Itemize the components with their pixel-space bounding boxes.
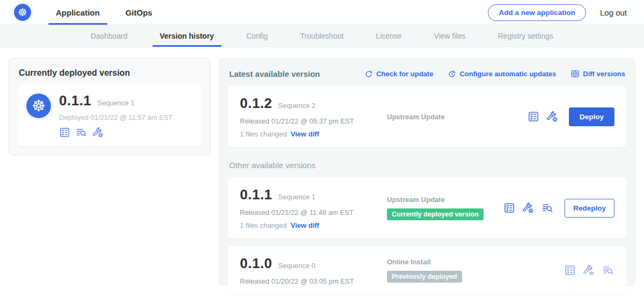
checklist-icon[interactable]	[503, 202, 515, 214]
released-timestamp: Released 01/21/22 @ 11:48 am EST	[240, 208, 374, 217]
released-timestamp: Released 01/21/22 @ 05:37 pm EST	[240, 117, 374, 125]
sequence-label: Sequence 0	[278, 262, 315, 270]
view-config-icon[interactable]	[583, 264, 595, 276]
kubernetes-logo-icon: ☸	[14, 4, 31, 21]
checklist-icon[interactable]	[564, 264, 576, 276]
tab-gitops-label: GitOps	[126, 8, 152, 17]
released-timestamp: Released 01/20/22 @ 03:05 pm EST	[240, 277, 374, 285]
subnav-tab-registry-settings[interactable]: Registry settings	[482, 25, 569, 47]
subnav-tab-view-files[interactable]: View files	[418, 25, 482, 47]
currently-deployed-card: Currently deployed version ☸ 0.1.1 Seque…	[9, 58, 210, 155]
logout-button[interactable]: Log out	[600, 8, 627, 17]
subnav-tab-dashboard[interactable]: Dashboard	[75, 25, 144, 47]
app-logo-icon: ☸	[26, 93, 51, 118]
deploy-button[interactable]: Deploy	[569, 107, 614, 126]
version-number: 0.1.1	[240, 186, 272, 203]
edit-config-icon[interactable]	[92, 127, 104, 138]
diff-versions-link[interactable]: Diff versions	[570, 69, 625, 78]
view-diff-link[interactable]: View diff	[290, 130, 319, 138]
check-for-update-link[interactable]: Check for update	[364, 70, 433, 78]
release-notes-icon[interactable]	[541, 202, 554, 214]
subnav-tab-version-history[interactable]: Version history	[144, 25, 230, 47]
version-source-label: Upstream Update	[387, 196, 503, 204]
edit-config-icon[interactable]	[522, 202, 534, 214]
diff-icon	[570, 69, 580, 78]
configure-automatic-updates-label: Configure automatic updates	[459, 70, 556, 78]
sequence-label: Sequence 1	[278, 193, 315, 201]
currently-deployed-badge: Currently deployed version	[387, 208, 484, 220]
tab-application-label: Application	[56, 8, 100, 17]
other-available-versions-title: Other available versions	[229, 161, 625, 170]
app-subnav: Dashboard Version history Config Trouble…	[0, 25, 644, 47]
deployed-timestamp: Deployed 01/21/22 @ 11:57 am EST	[59, 113, 173, 121]
latest-available-title: Latest available version	[229, 69, 350, 78]
check-for-update-label: Check for update	[376, 70, 433, 78]
files-changed-label: 1 files changed	[240, 130, 287, 138]
tab-application[interactable]: Application	[43, 0, 113, 25]
version-source-label: Online Install	[387, 258, 564, 266]
version-row-0-1-0: 0.1.0 Sequence 0 Released 01/20/22 @ 03:…	[228, 246, 626, 294]
subnav-tab-license[interactable]: License	[360, 25, 418, 47]
subnav-tab-config[interactable]: Config	[230, 25, 284, 47]
subnav-tab-troubleshoot[interactable]: Troubleshoot	[284, 25, 360, 47]
files-changed-label: 1 files changed	[240, 221, 287, 229]
redeploy-button[interactable]: Redeploy	[565, 199, 614, 218]
release-notes-icon[interactable]	[602, 264, 614, 276]
schedule-update-icon	[448, 70, 456, 78]
add-new-application-button[interactable]: Add a new application	[488, 4, 586, 21]
tab-gitops[interactable]: GitOps	[113, 0, 165, 25]
deployed-version-tile: ☸ 0.1.1 Sequence 1 Deployed 01/21/22 @ 1…	[18, 85, 201, 146]
version-row-0-1-1: 0.1.1 Sequence 1 Released 01/21/22 @ 11:…	[228, 177, 626, 239]
view-diff-link[interactable]: View diff	[290, 221, 319, 229]
app-header: ☸ Application GitOps Add a new applicati…	[0, 0, 644, 25]
currently-deployed-title: Currently deployed version	[19, 68, 200, 78]
edit-config-icon[interactable]	[546, 111, 558, 122]
configure-automatic-updates-link[interactable]: Configure automatic updates	[448, 70, 556, 78]
version-source-label: Upstream Update	[387, 113, 528, 121]
previously-deployed-badge: Previously deployed	[387, 271, 462, 283]
sequence-label: Sequence 2	[278, 102, 315, 110]
diff-versions-label: Diff versions	[583, 70, 625, 78]
version-row-0-1-2: 0.1.2 Sequence 2 Released 01/21/22 @ 05:…	[228, 86, 626, 147]
deployed-sequence-label: Sequence 1	[97, 99, 134, 107]
deployed-version-number: 0.1.1	[59, 92, 91, 109]
release-notes-icon[interactable]	[75, 127, 87, 138]
version-history-panel: Latest available version Check for updat…	[219, 58, 635, 286]
version-number: 0.1.0	[240, 255, 272, 272]
refresh-icon	[364, 70, 373, 78]
checklist-icon[interactable]	[528, 111, 539, 122]
checklist-icon[interactable]	[59, 127, 70, 138]
version-number: 0.1.2	[240, 95, 272, 112]
